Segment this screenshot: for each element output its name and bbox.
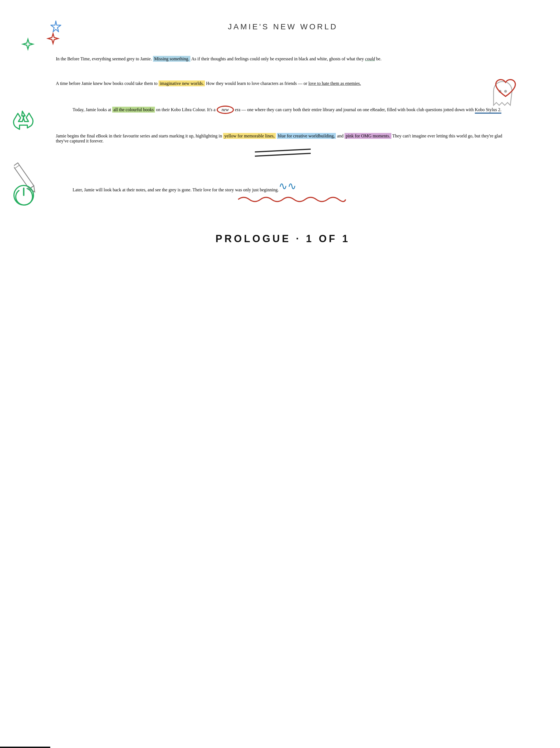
paragraph-2: A time before Jamie knew how books could… bbox=[56, 81, 510, 86]
red-wavy-line bbox=[235, 194, 347, 205]
p4-text1: Jamie begins the final eBook in their fa… bbox=[56, 134, 223, 138]
decorative-stars bbox=[17, 17, 73, 73]
p2-text2: How they would learn to love characters … bbox=[205, 81, 309, 86]
p4-highlight-yellow: yellow for memorable lines, bbox=[223, 133, 275, 139]
footer: PROLOGUE · 1 OF 1 bbox=[56, 227, 510, 245]
double-lines-decoration bbox=[252, 146, 314, 160]
p3-highlight-green: all the colourful books bbox=[112, 107, 155, 113]
p5-text1: Later, Jamie will look back at their not… bbox=[73, 187, 278, 192]
heart-icon bbox=[493, 78, 518, 102]
footer-label: PROLOGUE · 1 OF 1 bbox=[216, 233, 350, 244]
p1-text3: be. bbox=[375, 56, 381, 61]
paragraph-4: Jamie begins the final eBook in their fa… bbox=[56, 134, 510, 160]
p2-underline: love to hate them as enemies. bbox=[309, 81, 361, 86]
svg-line-5 bbox=[255, 149, 311, 152]
p2-highlight-yellow: imaginative new worlds. bbox=[159, 80, 205, 86]
p4-and: and bbox=[336, 134, 344, 138]
footer-line bbox=[0, 747, 50, 748]
p2-text1: A time before Jamie knew how books could… bbox=[56, 81, 159, 86]
p1-highlight-blue: Missing something. bbox=[153, 56, 190, 62]
recycle-icon bbox=[8, 107, 36, 136]
page: JAMIE'S NEW WORLD In the Before Time, ev… bbox=[0, 0, 560, 748]
p5-blue-scribble: ∿∿ bbox=[278, 180, 296, 192]
svg-line-4 bbox=[15, 165, 19, 168]
paragraph-1: In the Before Time, everything seemed gr… bbox=[56, 56, 510, 62]
paragraph-3: Today, Jamie looks at all the colourful … bbox=[56, 106, 510, 114]
power-icon bbox=[11, 183, 36, 209]
p3-text1: Today, Jamie looks at bbox=[73, 107, 112, 112]
p3-new-circled: new bbox=[217, 106, 234, 114]
p1-italic-underline: could bbox=[365, 56, 375, 61]
p4-highlight-blue: blue for creative worldbuilding, bbox=[277, 133, 336, 139]
p1-text1: In the Before Time, everything seemed gr… bbox=[56, 56, 153, 61]
header-title: JAMIE'S NEW WORLD bbox=[56, 22, 510, 31]
p4-highlight-pink: pink for OMG moments. bbox=[344, 133, 391, 139]
paragraph-5: Later, Jamie will look back at their not… bbox=[56, 180, 510, 205]
svg-line-6 bbox=[255, 153, 311, 156]
p3-text3: era — one where they can carry both thei… bbox=[234, 107, 475, 112]
p3-underline-box: Kobo Stylus 2. bbox=[475, 107, 502, 114]
p1-text2: As if their thoughts and feelings could … bbox=[190, 56, 365, 61]
p3-text2: on their Kobo Libra Colour. It's a bbox=[155, 107, 217, 112]
